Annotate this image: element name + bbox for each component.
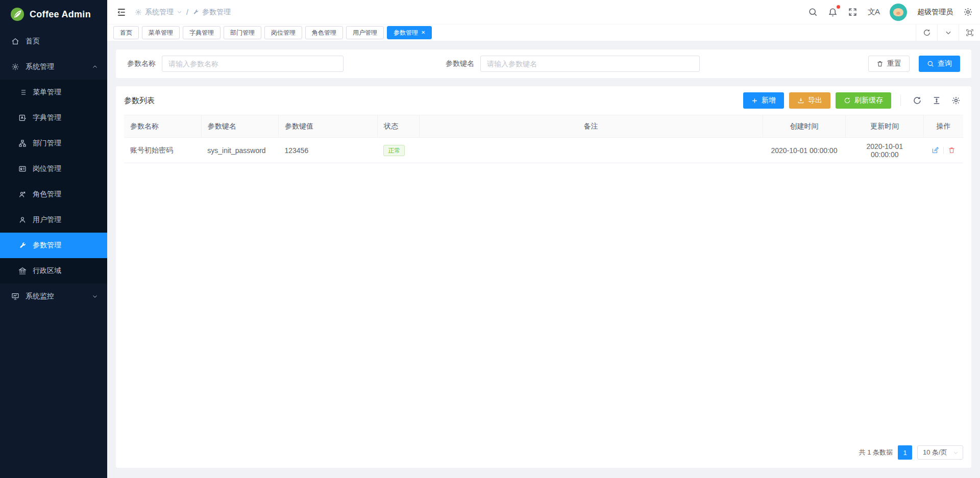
app-logo[interactable]: Coffee Admin (0, 0, 107, 29)
tab-dict-management[interactable]: 字典管理 (183, 26, 220, 39)
table-toolbar: 新增 导出 刷新缓存 (743, 92, 963, 109)
breadcrumb-system[interactable]: 系统管理 (135, 8, 182, 17)
edit-icon[interactable] (932, 146, 939, 154)
sidebar-item-system-management[interactable]: 系统管理 (0, 54, 107, 80)
main-area: 系统管理 / 参数管理 (107, 0, 980, 478)
home-icon (11, 37, 19, 45)
sidebar-item-label: 菜单管理 (33, 88, 61, 97)
sidebar-collapse-icon[interactable] (116, 7, 127, 17)
param-name-label: 参数名称 (127, 59, 156, 68)
sidebar-item-label: 部门管理 (33, 139, 61, 148)
fullscreen-icon[interactable] (848, 7, 857, 17)
add-button-label: 新增 (762, 96, 776, 105)
column-settings-gear-icon[interactable] (951, 96, 961, 105)
search-icon (927, 60, 934, 67)
dictionary-icon (18, 114, 27, 122)
param-list-header: 参数列表 新增 导出 刷新缓存 (124, 86, 963, 115)
tab-label: 部门管理 (230, 27, 255, 39)
param-table: 参数名称 参数键名 参数键值 状态 备注 创建时间 更新时间 操作 账号初始密码 (124, 115, 963, 163)
breadcrumb-current: 参数管理 (192, 8, 231, 17)
column-header-updated: 更新时间 (846, 115, 924, 138)
search-icon[interactable] (808, 7, 818, 17)
column-header-created: 创建时间 (763, 115, 846, 138)
plus-icon (751, 97, 758, 104)
notification-bell-icon[interactable] (828, 7, 838, 17)
sidebar-item-system-monitor[interactable]: 系统监控 (0, 284, 107, 309)
sidebar-item-label: 参数管理 (33, 241, 61, 250)
cell-status: 正常 (377, 138, 419, 163)
topbar: 系统管理 / 参数管理 (107, 0, 980, 24)
action-divider (943, 147, 944, 154)
refresh-icon[interactable] (916, 24, 937, 41)
delete-icon[interactable] (948, 146, 955, 154)
column-header-name: 参数名称 (124, 115, 201, 138)
column-header-remark: 备注 (420, 115, 763, 138)
tab-dept-management[interactable]: 部门管理 (224, 26, 261, 39)
sidebar-item-label: 系统监控 (26, 292, 86, 301)
tab-role-management[interactable]: 角色管理 (305, 26, 343, 39)
avatar-snout (896, 12, 900, 15)
chevron-down-icon (953, 450, 959, 456)
cell-created-time: 2020-10-01 00:00:00 (763, 138, 846, 163)
org-tree-icon (18, 139, 27, 147)
sidebar-item-dict-management[interactable]: 字典管理 (0, 105, 107, 131)
search-button[interactable]: 查询 (919, 56, 960, 72)
filter-actions: 重置 查询 (868, 56, 960, 72)
list-icon (18, 88, 27, 96)
cell-actions (924, 138, 963, 163)
table-header-row: 参数名称 参数键名 参数键值 状态 备注 创建时间 更新时间 操作 (124, 115, 963, 138)
sidebar-item-home[interactable]: 首页 (0, 29, 107, 54)
chevron-down-icon (177, 9, 182, 15)
table-row[interactable]: 账号初始密码 sys_init_password 123456 正常 2020-… (124, 138, 963, 163)
translate-icon[interactable]: 文A (868, 7, 879, 17)
add-button[interactable]: 新增 (743, 92, 784, 109)
sidebar-item-post-management[interactable]: 岗位管理 (0, 156, 107, 182)
refresh-table-icon[interactable] (913, 96, 922, 105)
tab-param-management[interactable]: 参数管理 ✕ (387, 26, 432, 39)
app-root: Coffee Admin 首页 系统管理 菜单管理 字典管理 (0, 0, 980, 478)
sidebar-item-label: 角色管理 (33, 190, 61, 199)
breadcrumb-label: 系统管理 (145, 8, 174, 17)
tab-post-management[interactable]: 岗位管理 (264, 26, 302, 39)
sidebar-item-menu-management[interactable]: 菜单管理 (0, 80, 107, 105)
reset-button[interactable]: 重置 (868, 56, 910, 72)
export-button[interactable]: 导出 (789, 92, 830, 109)
tab-home[interactable]: 首页 (113, 26, 139, 39)
tab-label: 角色管理 (312, 27, 336, 39)
sidebar-item-label: 系统管理 (26, 62, 86, 71)
page-size-select[interactable]: 10 条/页 (917, 445, 963, 460)
tab-menu-management[interactable]: 菜单管理 (142, 26, 180, 39)
chevron-down-icon[interactable] (937, 24, 959, 41)
username[interactable]: 超级管理员 (917, 8, 953, 17)
sidebar-item-param-management[interactable]: 参数管理 (0, 233, 107, 258)
tabbar-controls (916, 24, 980, 41)
sidebar-item-region[interactable]: 行政区域 (0, 258, 107, 284)
refresh-cache-button[interactable]: 刷新缓存 (836, 92, 891, 109)
wrench-icon (18, 241, 27, 249)
close-icon[interactable]: ✕ (421, 30, 425, 35)
row-density-icon[interactable] (932, 96, 941, 105)
gear-icon (135, 9, 142, 16)
page-size-value: 10 条/页 (923, 448, 947, 457)
param-name-input[interactable] (162, 56, 344, 72)
sidebar-item-dept-management[interactable]: 部门管理 (0, 131, 107, 156)
avatar[interactable] (890, 4, 907, 21)
panel-title: 参数列表 (124, 96, 155, 106)
sidebar-nav: 首页 系统管理 菜单管理 字典管理 部门管理 (0, 29, 107, 309)
column-header-status: 状态 (377, 115, 419, 138)
column-header-value: 参数键值 (278, 115, 377, 138)
sidebar-item-user-management[interactable]: 用户管理 (0, 207, 107, 233)
tab-label: 字典管理 (189, 27, 214, 39)
reset-button-label: 重置 (887, 59, 901, 68)
pagination-page-1[interactable]: 1 (898, 445, 912, 460)
sidebar-item-label: 用户管理 (33, 215, 61, 224)
role-icon (18, 190, 27, 198)
tab-label: 参数管理 (394, 27, 418, 39)
maximize-icon[interactable] (959, 24, 980, 41)
sidebar-item-role-management[interactable]: 角色管理 (0, 182, 107, 207)
tab-user-management[interactable]: 用户管理 (346, 26, 384, 39)
param-key-label: 参数键名 (446, 59, 474, 68)
param-key-input[interactable] (480, 56, 700, 72)
breadcrumb: 系统管理 / 参数管理 (135, 8, 231, 17)
settings-gear-icon[interactable] (963, 7, 973, 17)
